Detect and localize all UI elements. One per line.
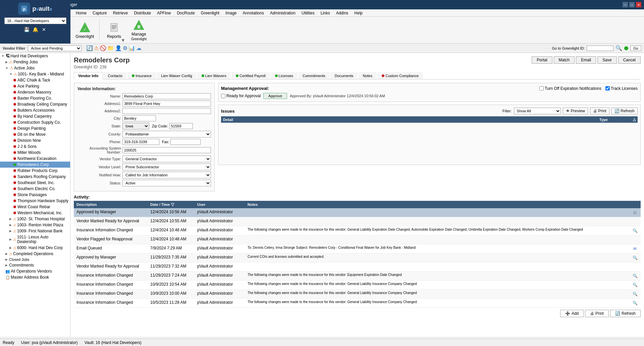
go-button[interactable]: Go — [630, 46, 641, 51]
menu-help[interactable]: Help — [352, 10, 365, 16]
track-licenses-label[interactable]: Track Licenses — [605, 86, 638, 91]
preview-button[interactable]: 👁 Preview — [563, 108, 588, 114]
ready-for-approval-checkbox[interactable] — [221, 94, 225, 98]
activity-print-button[interactable]: 🖨 Print — [585, 310, 609, 317]
row-action-icon-9[interactable]: 🔍 — [632, 282, 638, 288]
warning-status-icon[interactable]: ⚠ — [94, 45, 99, 51]
tab-contacts[interactable]: Contacts — [104, 72, 127, 79]
sidebar-job-1003[interactable]: ▶ ⚠ 1003- Renton Hotel Plaza — [0, 222, 70, 228]
sidebar-active-jobs[interactable]: ▼ ⚠ Active Jobs — [0, 65, 70, 71]
track-licenses-checkbox[interactable] — [605, 86, 610, 91]
menu-capture[interactable]: Capture — [90, 10, 110, 16]
menu-docroute[interactable]: DocRoute — [174, 10, 197, 16]
greenlight-toolbar-btn[interactable]: ✓ Greenlight — [73, 18, 97, 42]
vendor-type-select[interactable]: General Contractor — [122, 156, 211, 162]
sidebar-commitments[interactable]: ▶ Commitments — [0, 262, 70, 268]
sidebar-job-1002[interactable]: ▶ ⚠ 1002- St. Thomas Hospital — [0, 216, 70, 222]
issues-refresh-button[interactable]: 🔄 Refresh — [611, 108, 638, 114]
issues-print-button[interactable]: 🖨 Print — [590, 108, 609, 114]
sidebar-root[interactable]: ▼ 🏗 Hard Hat Developers — [0, 53, 70, 59]
cancel-button[interactable]: Cancel — [618, 56, 641, 64]
menu-distribute[interactable]: Distribute — [131, 10, 154, 16]
row-action-icon-2[interactable] — [632, 219, 638, 225]
maximize-btn[interactable]: □ — [629, 2, 635, 7]
address1-input[interactable] — [122, 101, 211, 107]
sidebar-all-vendors[interactable]: 👥 All Operations Vendors — [0, 268, 70, 274]
tab-vendor-info[interactable]: Vendor Info — [74, 72, 103, 79]
activity-refresh-button[interactable]: 🔄 Refresh — [610, 310, 641, 317]
menu-home[interactable]: Home — [73, 10, 89, 16]
sidebar-byhand[interactable]: By Hand Carpentry — [0, 113, 70, 119]
sidebar-thompson[interactable]: Thompson Hardware Supply — [0, 198, 70, 204]
approve-button[interactable]: Approve — [263, 93, 287, 99]
menu-administration[interactable]: Administration — [267, 10, 298, 16]
sidebar-western[interactable]: Western Mechanical, Inc. — [0, 210, 70, 216]
window-controls[interactable]: ─ □ ✕ — [623, 2, 641, 7]
menu-apflow[interactable]: APFlow — [154, 10, 173, 16]
tab-licenses[interactable]: Licenses — [271, 72, 298, 79]
status-filter-select[interactable]: Active and Pending — [28, 45, 82, 51]
gear-status-icon[interactable]: ⚙ — [123, 45, 127, 51]
manage-greenlight-btn[interactable]: Manage Greenlight — [127, 18, 151, 42]
sidebar-builders[interactable]: Builders Accessories — [0, 107, 70, 113]
sidebar-broadway[interactable]: Broadway Ceiling Company — [0, 101, 70, 107]
sidebar-southern[interactable]: Southern Electric Co. — [0, 186, 70, 192]
sidebar-abc-chalk[interactable]: ABC Chalk & Tack — [0, 77, 70, 83]
folder-status-icon[interactable]: 📁 — [107, 45, 114, 51]
row-action-icon-5[interactable]: ✉ — [632, 246, 638, 252]
save-icon-btn[interactable]: 💾 — [23, 26, 30, 33]
chart-status-icon[interactable]: 📊 — [128, 45, 135, 51]
tab-lien-waivers[interactable]: Lien Waivers — [197, 72, 231, 79]
row-action-icon-7[interactable] — [632, 264, 638, 270]
tab-certified-payroll[interactable]: Certified Payroll — [231, 72, 270, 79]
tab-documents[interactable]: Documents — [330, 72, 358, 79]
refresh-status-icon[interactable]: 🔄 — [86, 45, 93, 51]
sidebar-westcoast[interactable]: West Coast Rebar — [0, 204, 70, 210]
sidebar-ace-parking[interactable]: Ace Parking — [0, 83, 70, 89]
tab-custom-compliance[interactable]: Custom Compliance — [377, 72, 423, 79]
sidebar-baxter-flooring[interactable]: Baxter Flooring Co. — [0, 95, 70, 101]
portal-button[interactable]: Portal — [532, 56, 552, 64]
save-button[interactable]: Save — [597, 56, 616, 64]
match-button[interactable]: Match — [554, 56, 575, 64]
state-select[interactable]: Iowa — [122, 123, 149, 129]
sidebar-remodelers[interactable]: Remodelers Corp — [0, 162, 70, 168]
sidebar-pending-jobs[interactable]: ▶ ⚠ Pending Jobs — [0, 59, 70, 65]
menu-image[interactable]: Image — [223, 10, 239, 16]
sidebar-closed-jobs[interactable]: ▶ Closed Jobs — [0, 257, 70, 262]
sidebar-miller[interactable]: Miller Woods — [0, 150, 70, 156]
row-action-icon-3[interactable]: 🔍 — [632, 228, 638, 234]
sidebar-design[interactable]: Design Painting — [0, 125, 70, 131]
fax-input[interactable] — [170, 139, 201, 145]
ready-for-approval-label[interactable]: Ready for Approval — [221, 94, 261, 98]
sidebar-rubber[interactable]: Rubber Products Corp — [0, 168, 70, 174]
greenlight-id-input[interactable] — [587, 46, 613, 51]
sidebar-southeast[interactable]: Southeast Steel, Inc. — [0, 180, 70, 186]
tab-insurance[interactable]: Insurance — [127, 72, 156, 79]
close-btn[interactable]: ✕ — [636, 2, 641, 7]
vault-dropdown[interactable]: 16 - Hard Hat Developers — [4, 17, 66, 24]
county-select[interactable]: Pottawattamie — [122, 131, 211, 137]
row-action-icon-10[interactable]: 🔍 — [632, 291, 638, 297]
menu-addins[interactable]: Addins — [333, 10, 351, 16]
sidebar-northwest[interactable]: Northwest Excavation — [0, 156, 70, 162]
row-action-icon-8[interactable]: 🔍 — [632, 273, 638, 279]
cloud-status-icon[interactable]: ☁ — [136, 45, 142, 51]
alert-icon-btn[interactable]: 🔔 — [32, 26, 39, 33]
status-select[interactable]: Active — [122, 180, 211, 186]
menu-links[interactable]: Links — [318, 10, 333, 16]
menu-retrieve[interactable]: Retrieve — [110, 10, 131, 16]
action-btns[interactable]: 💾 🔔 ✕ — [23, 26, 47, 33]
row-action-icon-6[interactable]: 🔍 — [632, 255, 638, 261]
sidebar-job-1001[interactable]: ▼ ⚠ 1001- Key Bank - Midland — [0, 71, 70, 77]
minimize-btn[interactable]: ─ — [623, 2, 628, 7]
city-input[interactable] — [122, 115, 156, 121]
email-button[interactable]: Email — [576, 56, 596, 64]
tab-commitments[interactable]: Commitments — [298, 72, 330, 79]
sidebar-sanders[interactable]: Sanders Roofing Company — [0, 174, 70, 180]
issues-filter-select[interactable]: Show All — [514, 108, 561, 114]
sidebar-master-address[interactable]: 📋 Master Address Book — [0, 274, 70, 280]
name-input[interactable] — [122, 93, 211, 99]
acct-num-input[interactable] — [122, 147, 211, 153]
phone-input[interactable] — [122, 139, 159, 145]
